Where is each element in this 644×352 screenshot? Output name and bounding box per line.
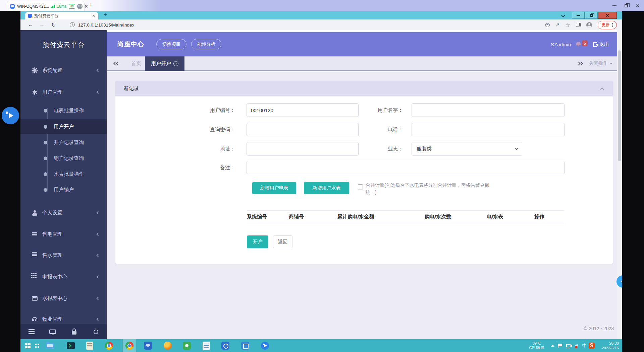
add-user-water-meter-button[interactable]: 新增用户水表	[304, 182, 349, 194]
merge-metering-checkbox[interactable]	[358, 184, 363, 189]
update-button[interactable]: 更新	[598, 21, 617, 29]
chrome-icon[interactable]	[103, 339, 115, 352]
url-text[interactable]: 127.0.0.1:10315/Main/Index	[78, 19, 134, 30]
notifications[interactable]: 5	[576, 40, 588, 48]
tab-user-open-account[interactable]: 用户开户	[145, 56, 184, 71]
chrome-minimize-button[interactable]	[572, 12, 585, 19]
share-icon[interactable]: ↗	[555, 22, 560, 28]
sidebar-item-system-config[interactable]: 系统配置	[20, 63, 107, 78]
new-session-button[interactable]: +	[89, 2, 93, 9]
im-app-icon[interactable]	[142, 339, 154, 352]
switch-project-button[interactable]: 切换项目	[156, 39, 186, 49]
power-icon[interactable]	[89, 324, 103, 339]
blue-app-icon[interactable]	[239, 339, 252, 352]
page-scrollbar[interactable]	[617, 30, 621, 339]
user-no-input[interactable]	[247, 103, 359, 117]
open-account-button[interactable]: 开户	[247, 235, 268, 248]
lock-icon[interactable]	[67, 324, 81, 339]
cpu-temp-widget[interactable]: 39℃ CPU温度	[525, 339, 548, 352]
window-restore-icon[interactable]	[625, 4, 628, 7]
remark-input[interactable]	[247, 161, 565, 174]
hd-badge: HD	[69, 4, 75, 9]
menu-toggle-icon[interactable]	[25, 324, 38, 339]
collab-app-icon[interactable]	[259, 339, 271, 352]
energy-analysis-button[interactable]: 能耗分析	[191, 39, 221, 49]
close-session-icon[interactable]	[85, 5, 88, 8]
scroll-tabs-right-icon[interactable]	[577, 62, 582, 65]
sidebar-item-water-report-center[interactable]: 水报表中心	[20, 291, 107, 306]
user-name-input[interactable]	[412, 103, 565, 117]
side-panel-icon[interactable]	[576, 23, 581, 27]
clock-widget[interactable]: 20:30 2023/3/15	[596, 339, 620, 352]
tab-close-icon[interactable]	[92, 14, 95, 17]
task-view-icon[interactable]	[31, 339, 43, 352]
action-center-flag-icon[interactable]	[556, 339, 564, 352]
settings-app-icon[interactable]	[219, 339, 232, 352]
sidebar: 预付费云平台 系统配置 用户管理 电表批量操作 用户开户 开户记录查询 销户记录…	[20, 30, 107, 339]
forward-icon[interactable]: →	[39, 19, 45, 30]
chrome-tab-title: 预付费云平台	[34, 13, 58, 19]
close-operations-dropdown[interactable]: 关闭操作	[589, 56, 612, 71]
monitor-icon[interactable]	[46, 324, 59, 339]
biz-type-select[interactable]: 服装类	[412, 142, 522, 156]
scrollbar-thumb[interactable]	[618, 50, 621, 161]
profile-avatar[interactable]	[586, 22, 592, 28]
ime-indicator[interactable]: 中	[581, 339, 588, 352]
phone-input[interactable]	[412, 123, 565, 136]
meter-table: 系统编号 商铺号 累计购电/水金额 购电/水次数 电/水表 操作	[247, 210, 565, 223]
firefox-icon[interactable]	[161, 339, 174, 352]
document-app-icon[interactable]	[200, 339, 213, 352]
reload-icon[interactable]: ↻	[51, 19, 56, 30]
site-info-icon[interactable]: i	[70, 22, 75, 27]
user-no-label: 用户编号：	[185, 103, 235, 117]
remote-session-tab[interactable]: WIN-OQMSK21... 18ms HD RU	[7, 1, 85, 11]
sidebar-item-close-record-query[interactable]: 销户记录查询	[20, 151, 107, 165]
window-close-icon[interactable]	[636, 4, 639, 7]
remote-session-title: WIN-OQMSK21...	[17, 4, 49, 9]
query-pwd-input[interactable]	[247, 123, 359, 136]
chrome-tab[interactable]: 预付费云平台	[25, 12, 98, 19]
back-icon[interactable]: ←	[28, 19, 33, 30]
cpu-temp-value: 39℃	[525, 341, 548, 346]
new-tab-button[interactable]: +	[104, 11, 107, 18]
green-app-icon[interactable]	[180, 339, 193, 352]
chrome-close-button[interactable]	[598, 12, 617, 19]
sidebar-item-user-mgmt[interactable]: 用户管理	[20, 85, 107, 99]
sidebar-item-user-open-account[interactable]: 用户开户	[20, 119, 107, 134]
logout-button[interactable]: 退出	[593, 41, 609, 48]
bullet-icon	[44, 157, 47, 160]
chrome-toolbar: ← → ↻ i 127.0.0.1:10315/Main/Index ↗ ☆ 更…	[20, 19, 622, 30]
window-minimize-icon[interactable]	[612, 5, 616, 6]
chrome-active-icon[interactable]	[123, 339, 136, 352]
sogou-input-icon[interactable]: S	[588, 339, 595, 352]
sidebar-item-personal-settings[interactable]: 个人设置	[20, 205, 107, 220]
sidebar-item-open-record-query[interactable]: 开户记录查询	[20, 136, 107, 149]
file-explorer-icon[interactable]	[44, 339, 56, 352]
menu-kebab-icon[interactable]	[612, 25, 613, 26]
scroll-tabs-left-icon[interactable]	[114, 62, 119, 65]
tab-home[interactable]: 首页	[127, 56, 145, 71]
sidebar-item-water-batch[interactable]: 水表批量操作	[20, 167, 107, 181]
sidebar-item-electric-report-center[interactable]: 电报表中心	[20, 269, 107, 284]
chrome-restore-button[interactable]	[585, 12, 598, 19]
add-user-electric-meter-button[interactable]: 新增用户电表	[252, 182, 296, 194]
tray-expand-icon[interactable]	[549, 339, 556, 352]
volume-muted-icon[interactable]	[573, 339, 580, 352]
zoom-icon[interactable]	[545, 23, 550, 27]
sidebar-item-user-close-account[interactable]: 用户销户	[20, 183, 107, 196]
asterisk-icon	[32, 90, 38, 95]
bookmark-star-icon[interactable]: ☆	[566, 22, 570, 28]
notes-app-icon[interactable]	[83, 339, 96, 352]
floating-remote-tool-logo[interactable]	[2, 107, 19, 124]
back-button[interactable]: 返回	[273, 235, 292, 248]
window-icon	[32, 296, 38, 301]
address-input[interactable]	[247, 142, 359, 156]
sidebar-item-electric-sales[interactable]: 售电管理	[20, 227, 107, 241]
sidebar-item-water-sales[interactable]: 售水管理	[20, 248, 107, 263]
collapse-chevron-icon[interactable]	[600, 87, 604, 91]
sidebar-item-meter-batch[interactable]: 电表批量操作	[20, 104, 107, 117]
chevron-down-icon[interactable]	[561, 13, 565, 17]
tray-time: 20:30	[596, 341, 619, 346]
terminal-app-icon[interactable]	[64, 339, 77, 352]
tab-close-icon[interactable]	[173, 61, 178, 66]
